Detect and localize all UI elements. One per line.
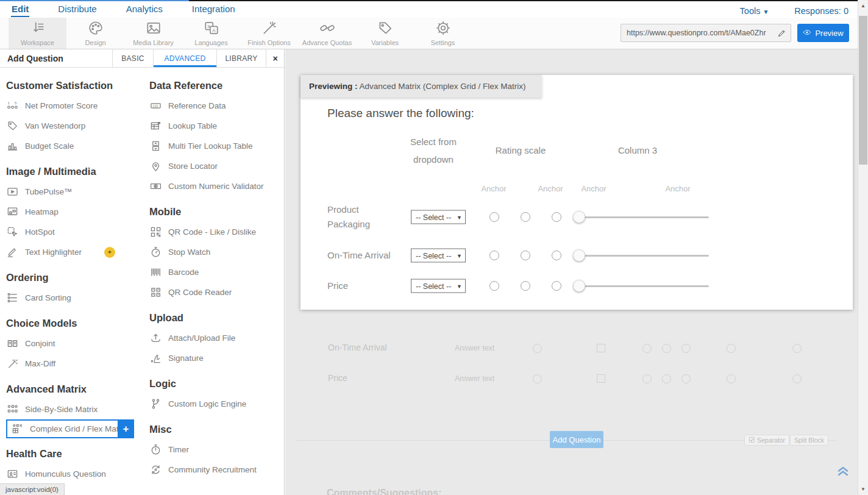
question-type-store-locator[interactable]: Store Locator [149, 156, 282, 176]
preview-button[interactable]: Preview [797, 24, 849, 42]
slider-handle[interactable] [573, 280, 585, 292]
matrix-row-label: On-Time Arrival [327, 248, 396, 263]
question-type-qr-code-reader[interactable]: QR Code Reader [149, 282, 282, 302]
question-type-homunculus-question[interactable]: Homunculus Question [6, 464, 145, 484]
row-select-dropdown[interactable]: -- Select --▼ [411, 210, 466, 224]
toolbar-item-media-library[interactable]: Media Library [124, 18, 182, 49]
add-selected-question-button[interactable]: + [118, 419, 134, 438]
question-type-card-sorting[interactable]: Card Sorting [6, 288, 145, 308]
workspace-icon [30, 20, 46, 37]
nav-item-edit[interactable]: Edit [11, 2, 29, 17]
question-type-custom-logic-engine[interactable]: Custom Logic Engine [149, 394, 282, 414]
toolbar-item-design[interactable]: Design [66, 18, 124, 49]
question-type-multi-tier-lookup-table[interactable]: Multi Tier Lookup Table [149, 136, 282, 156]
rating-radio[interactable] [489, 281, 499, 291]
question-type-text-highlighter[interactable]: Text Highlighter✦ [6, 242, 145, 262]
video-icon [6, 186, 18, 198]
toolbar-item-label: Finish Options [247, 39, 290, 46]
survey-url-input[interactable] [621, 29, 772, 37]
nav-item-distribute[interactable]: Distribute [57, 2, 97, 17]
question-type-heatmap[interactable]: Heatmap [6, 202, 145, 222]
toolbar-item-label: Settings [431, 39, 455, 46]
caret-down-icon: ▼ [763, 9, 769, 15]
toolbar-item-variables[interactable]: Variables [356, 18, 414, 49]
question-type-lookup-table[interactable]: Lookup Table [149, 116, 282, 136]
rating-radio[interactable] [552, 251, 561, 260]
question-type-reference-data[interactable]: 123Reference Data [149, 96, 282, 116]
design-palette-icon [88, 20, 104, 37]
separator-toggle-button[interactable]: Separator [744, 435, 789, 446]
barcode-icon [149, 266, 162, 278]
scrollbar-up-arrow-icon[interactable]: ▲ [858, 3, 868, 9]
preview-card: Previewing : Advanced Matrix (Complex Gr… [301, 75, 853, 310]
question-type-stop-watch[interactable]: Stop Watch [149, 242, 282, 262]
question-type-qr-code-like-dislike[interactable]: QR Code - Like / Dislike [149, 222, 282, 242]
question-type-label: Card Sorting [25, 293, 71, 302]
question-type-van-westendorp[interactable]: Van Westendorp [6, 116, 145, 136]
rating-radio[interactable] [489, 251, 499, 260]
question-type-complex-grid-flex-matrix[interactable]: Complex Grid / Flex Matrix+ [6, 419, 134, 438]
slider-handle[interactable] [573, 211, 585, 223]
nav-item-integration[interactable]: Integration [191, 2, 236, 17]
question-type-tubepulse[interactable]: TubePulse™ [6, 182, 145, 202]
scrollbar-down-arrow-icon[interactable]: ▼ [858, 486, 868, 492]
edit-url-pencil-icon[interactable] [772, 24, 791, 41]
toolbar-item-label: Variables [371, 39, 399, 46]
toolbar-item-advance-quotas[interactable]: Advance Quotas [298, 18, 356, 49]
slider-track [574, 255, 709, 257]
scroll-to-top-chevrons-icon[interactable] [836, 464, 850, 481]
split-block-button[interactable]: Split Block [790, 435, 828, 446]
toolbar-item-finish-options[interactable]: Finish Options [240, 18, 298, 49]
question-type-label: Community Recruitment [168, 465, 257, 474]
question-type-budget-scale[interactable]: Budget Scale [6, 136, 145, 156]
responses-link[interactable]: Responses: 0 [794, 6, 848, 16]
timer-icon [149, 444, 162, 455]
slider-handle[interactable] [573, 249, 585, 262]
premium-badge-icon: ✦ [104, 247, 115, 258]
toolbar-item-workspace[interactable]: Workspace [9, 18, 66, 49]
rating-radio[interactable] [552, 212, 561, 222]
lookup-table-icon [149, 120, 162, 132]
rating-radio[interactable] [552, 281, 561, 291]
question-type-barcode[interactable]: Barcode [149, 262, 282, 282]
rating-radio[interactable] [521, 212, 530, 222]
rating-radio[interactable] [489, 212, 499, 222]
question-type-hotspot[interactable]: HotSpot [6, 222, 145, 242]
toolbar-item-settings[interactable]: Settings [414, 18, 472, 49]
scrollbar-thumb[interactable] [859, 16, 867, 165]
disabled-checkbox [597, 344, 605, 352]
tab-advanced[interactable]: ADVANCED [153, 49, 216, 67]
tools-menu[interactable]: Tools▼ [740, 6, 769, 16]
question-type-custom-numeric-validator[interactable]: Custom Numeric Validator [149, 176, 282, 196]
question-type-community-recruitment[interactable]: Community Recruitment [149, 460, 282, 480]
nav-item-analytics[interactable]: Analytics [126, 2, 163, 17]
tab-basic[interactable]: BASIC [112, 49, 153, 67]
question-types-column-1: Customer Satisfaction15Net Promoter Scor… [6, 71, 145, 494]
reference-data-icon: 123 [149, 100, 162, 112]
question-type-side-by-side-matrix[interactable]: Side-By-Side Matrix [6, 399, 145, 419]
tab-library[interactable]: LIBRARY [216, 49, 266, 67]
anchor-label: Anchor [472, 184, 515, 193]
page-scrollbar[interactable]: ▲ ▼ [858, 0, 868, 495]
question-type-signature[interactable]: Signature [149, 348, 282, 368]
eye-icon [803, 28, 811, 38]
toolbar-item-languages[interactable]: xALanguages [182, 18, 240, 49]
rating-radio[interactable] [521, 251, 530, 260]
section-misc: MiscTimerCommunity Recruitment [149, 424, 282, 480]
question-type-net-promoter-score[interactable]: 15Net Promoter Score [6, 96, 145, 116]
question-type-max-diff[interactable]: Max-Diff [6, 354, 145, 374]
close-icon[interactable]: × [266, 49, 284, 67]
row-select-dropdown[interactable]: -- Select --▼ [411, 279, 466, 293]
row-select-dropdown[interactable]: -- Select --▼ [411, 249, 466, 263]
comments-suggestions-label: Comments/Suggestions: [327, 488, 441, 495]
hotspot-cursor-icon [6, 226, 18, 238]
question-type-attach-upload-file[interactable]: Attach/Upload File [149, 328, 282, 348]
question-type-label: Custom Logic Engine [168, 399, 246, 408]
question-type-conjoint[interactable]: Conjoint [6, 333, 145, 354]
survey-editor-area: On-Time ArrivalAnswer textPriceAnswer te… [285, 49, 858, 495]
languages-icon: xA [204, 20, 219, 37]
question-type-timer[interactable]: Timer [149, 440, 282, 460]
add-question-button[interactable]: Add Question [550, 431, 603, 448]
select-value: -- Select -- [416, 251, 451, 260]
rating-radio[interactable] [521, 281, 530, 291]
